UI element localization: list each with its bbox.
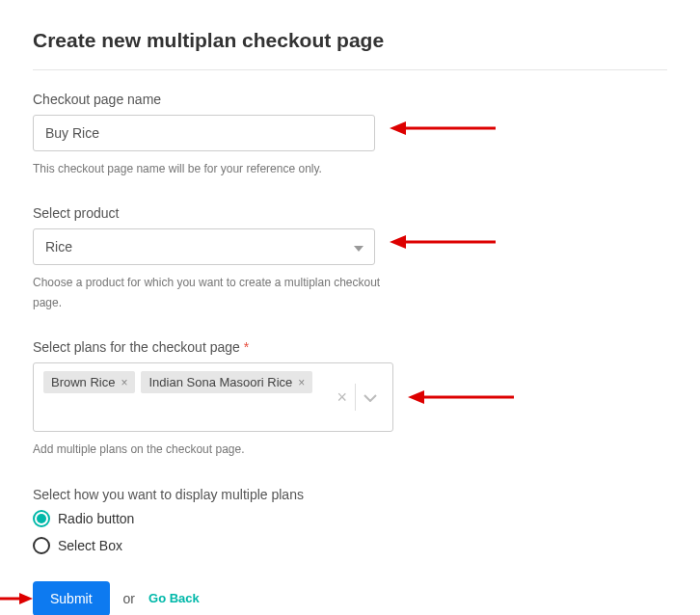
checkout-name-help: This checkout page name will be for your… bbox=[33, 159, 409, 178]
svg-marker-4 bbox=[390, 235, 406, 249]
checkout-name-input[interactable] bbox=[33, 115, 375, 151]
radio-icon bbox=[33, 510, 50, 527]
or-text: or bbox=[123, 591, 135, 606]
action-row: Submit or Go Back bbox=[33, 581, 667, 615]
plans-label: Select plans for the checkout page * bbox=[33, 339, 667, 355]
radio-icon bbox=[33, 537, 50, 554]
plans-multiselect[interactable]: Brown Rice × Indian Sona Masoori Rice × … bbox=[33, 362, 393, 432]
tag-remove-icon[interactable]: × bbox=[298, 377, 305, 388]
svg-marker-6 bbox=[408, 390, 424, 404]
plan-tag: Indian Sona Masoori Rice × bbox=[141, 371, 312, 393]
field-display-mode: Select how you want to display multiple … bbox=[33, 487, 667, 554]
product-select-value: Rice bbox=[45, 239, 72, 254]
multiselect-controls: × bbox=[329, 363, 385, 431]
radio-option-radio-button[interactable]: Radio button bbox=[33, 510, 667, 527]
checkout-name-label: Checkout page name bbox=[33, 92, 667, 107]
submit-button[interactable]: Submit bbox=[33, 581, 110, 615]
svg-marker-1 bbox=[390, 121, 406, 135]
go-back-link[interactable]: Go Back bbox=[148, 591, 200, 605]
radio-label: Select Box bbox=[58, 538, 122, 553]
plan-tag: Brown Rice × bbox=[43, 371, 135, 393]
radio-option-select-box[interactable]: Select Box bbox=[33, 537, 667, 554]
clear-all-icon[interactable]: × bbox=[329, 388, 355, 408]
plan-tag-label: Indian Sona Masoori Rice bbox=[148, 375, 292, 389]
plans-label-text: Select plans for the checkout page bbox=[33, 339, 240, 355]
field-select-plans: Select plans for the checkout page * Bro… bbox=[33, 339, 667, 459]
annotation-arrow-icon bbox=[385, 117, 500, 140]
radio-dot-icon bbox=[37, 514, 46, 523]
product-label: Select product bbox=[33, 205, 667, 221]
required-mark: * bbox=[244, 339, 249, 355]
annotation-arrow-icon bbox=[403, 386, 519, 409]
radio-label: Radio button bbox=[58, 511, 134, 526]
field-select-product: Select product Rice Choose a product for… bbox=[33, 205, 667, 312]
tag-remove-icon[interactable]: × bbox=[121, 377, 127, 388]
page-title: Create new multiplan checkout page bbox=[33, 29, 667, 52]
plan-tag-label: Brown Rice bbox=[51, 375, 115, 389]
svg-marker-8 bbox=[19, 593, 33, 604]
product-help: Choose a product for which you want to c… bbox=[33, 273, 409, 312]
field-checkout-name: Checkout page name This checkout page na… bbox=[33, 92, 667, 178]
product-select[interactable]: Rice bbox=[33, 228, 375, 265]
display-label: Select how you want to display multiple … bbox=[33, 487, 667, 502]
display-radio-group: Radio button Select Box bbox=[33, 510, 667, 554]
divider bbox=[33, 69, 667, 70]
annotation-arrow-icon bbox=[0, 589, 33, 608]
chevron-down-icon[interactable] bbox=[356, 388, 385, 406]
plans-help: Add multiple plans on the checkout page. bbox=[33, 440, 409, 459]
annotation-arrow-icon bbox=[385, 230, 500, 254]
